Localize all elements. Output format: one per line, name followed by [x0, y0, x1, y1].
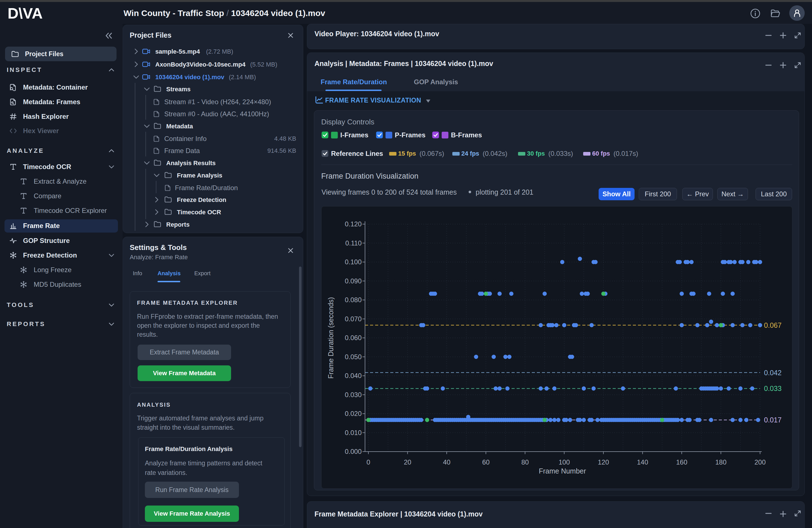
svg-text:0.030: 0.030: [345, 391, 362, 399]
svg-text:Frame Duration (seconds): Frame Duration (seconds): [327, 297, 335, 379]
svg-text:0.100: 0.100: [345, 258, 362, 266]
svg-text:0: 0: [366, 458, 370, 466]
svg-text:160: 160: [676, 458, 687, 466]
svg-text:0.050: 0.050: [345, 353, 362, 361]
svg-text:0.067: 0.067: [764, 321, 782, 329]
svg-text:0.040: 0.040: [345, 372, 362, 380]
svg-text:0.020: 0.020: [345, 410, 362, 417]
svg-text:0.070: 0.070: [345, 315, 362, 323]
svg-text:0.120: 0.120: [345, 220, 362, 228]
svg-text:0.010: 0.010: [345, 429, 362, 437]
svg-text:0.042: 0.042: [764, 369, 782, 376]
svg-text:40: 40: [443, 458, 451, 466]
svg-text:0.060: 0.060: [345, 334, 362, 342]
svg-text:60: 60: [482, 458, 490, 466]
svg-text:120: 120: [598, 458, 609, 466]
svg-text:200: 200: [754, 458, 766, 466]
svg-text:0.000: 0.000: [345, 448, 362, 455]
svg-text:0.017: 0.017: [764, 416, 782, 424]
svg-text:140: 140: [637, 458, 648, 466]
svg-text:Frame Number: Frame Number: [539, 467, 586, 475]
svg-text:0.033: 0.033: [764, 385, 782, 393]
svg-text:100: 100: [559, 458, 570, 466]
svg-text:0.080: 0.080: [345, 296, 362, 304]
svg-text:20: 20: [404, 458, 411, 466]
svg-text:0.090: 0.090: [345, 277, 362, 285]
svg-text:180: 180: [715, 458, 726, 466]
svg-text:0.110: 0.110: [345, 239, 362, 247]
svg-text:80: 80: [521, 458, 529, 466]
